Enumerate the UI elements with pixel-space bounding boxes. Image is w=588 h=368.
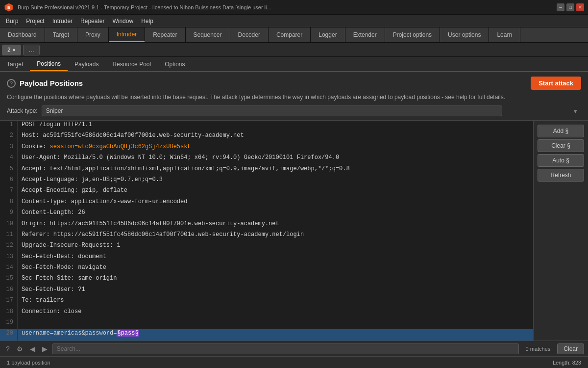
minimize-button[interactable]: – [557, 3, 564, 11]
code-editor[interactable]: 1POST /login HTTP/1.12Host: ac591f551fc4… [0, 121, 533, 341]
search-settings-button[interactable]: ⚙ [15, 344, 25, 354]
line-content [18, 318, 533, 329]
tab-extender[interactable]: Extender [345, 27, 385, 42]
window-controls: – □ ✕ [557, 3, 584, 11]
attack-type-select[interactable]: Sniper Battering ram Pitchfork Cluster b… [42, 105, 502, 116]
length-info: Length: 823 [553, 360, 581, 366]
content-area: ? Payload Positions Start attack Configu… [0, 72, 588, 368]
table-row: 9Content-Length: 26 [0, 209, 533, 219]
code-lines: 1POST /login HTTP/1.12Host: ac591f551fc4… [0, 121, 533, 341]
table-row: 10Origin: https://ac591f551fc4586dc06c14… [0, 220, 533, 231]
matches-badge: 0 matches [522, 346, 555, 352]
menu-repeater[interactable]: Repeater [76, 16, 108, 26]
search-prev-button[interactable]: ◀ [28, 344, 37, 354]
clear-section-button[interactable]: Clear § [538, 139, 584, 152]
table-row: 11Referer: https://ac591f551fc4586dc06c1… [0, 231, 533, 241]
line-content: Accept: text/html,application/xhtml+xml,… [18, 165, 533, 176]
table-row: 3Cookie: session=wtc9cxgwGbAuQHj3c62gSj4… [0, 143, 533, 154]
window-title: Burp Suite Professional v2021.9.1 - Temp… [18, 4, 553, 10]
table-row: 14Sec-Fetch-Mode: navigate [0, 263, 533, 274]
line-content: Origin: https://ac591f551fc4586dc06c14af… [18, 220, 533, 231]
refresh-button[interactable]: Refresh [538, 169, 584, 182]
line-number: 8 [0, 198, 18, 209]
auto-section-button[interactable]: Auto § [538, 154, 584, 167]
start-attack-button[interactable]: Start attack [531, 77, 581, 90]
line-number: 20 [0, 329, 18, 341]
maximize-button[interactable]: □ [566, 3, 574, 11]
menu-burp[interactable]: Burp [2, 16, 22, 26]
table-row: 17Te: trailers [0, 296, 533, 307]
menu-help[interactable]: Help [137, 16, 157, 26]
search-input[interactable] [52, 343, 519, 354]
table-row: 13Sec-Fetch-Dest: document [0, 253, 533, 263]
tab-decoder[interactable]: Decoder [230, 27, 269, 42]
tab-comparer[interactable]: Comparer [269, 27, 311, 42]
menu-window[interactable]: Window [108, 16, 137, 26]
help-button[interactable]: ? [7, 79, 16, 88]
search-next-button[interactable]: ▶ [40, 344, 49, 354]
menu-bar: Burp Project Intruder Repeater Window He… [0, 15, 588, 27]
tab-user-options[interactable]: User options [440, 27, 489, 42]
inner-tab-payloads[interactable]: Payloads [68, 57, 105, 71]
line-number: 16 [0, 286, 18, 296]
main-tabs: Dashboard Target Proxy Intruder Repeater… [0, 27, 588, 43]
line-content: Host: ac591f551fc4586dc06c14af00f7001e.w… [18, 131, 533, 142]
line-content: POST /login HTTP/1.1 [18, 121, 533, 131]
tab-dashboard[interactable]: Dashboard [0, 27, 45, 42]
menu-project[interactable]: Project [22, 16, 48, 26]
line-number: 6 [0, 176, 18, 186]
line-number: 2 [0, 131, 18, 142]
inner-tab-positions[interactable]: Positions [30, 57, 68, 71]
tab-proxy[interactable]: Proxy [77, 27, 109, 42]
line-number: 10 [0, 220, 18, 231]
payload-count: 1 payload position [7, 360, 50, 366]
status-bar: 1 payload position Length: 823 [0, 356, 588, 368]
payload-positions-title: Payload Positions [20, 79, 83, 87]
table-row: 19 [0, 318, 533, 329]
tab-row: 2 × … [0, 43, 588, 57]
table-row: 6Accept-Language: ja,en-US;q=0.7,en;q=0.… [0, 176, 533, 186]
attack-type-select-wrapper: Sniper Battering ram Pitchfork Cluster b… [42, 105, 581, 116]
sub-tab-more[interactable]: … [23, 45, 40, 55]
line-content: Referer: https://ac591f551fc4586dc06c14a… [18, 231, 533, 241]
attack-type-row: Attack type: Sniper Battering ram Pitchf… [7, 105, 581, 116]
line-content: Sec-Fetch-Dest: document [18, 253, 533, 263]
inner-tab-options[interactable]: Options [158, 57, 192, 71]
inner-tab-target[interactable]: Target [0, 57, 30, 71]
side-buttons: Add § Clear § Auto § Refresh [533, 121, 588, 341]
table-row: 8Content-Type: application/x-www-form-ur… [0, 198, 533, 209]
burp-logo: B [4, 2, 14, 12]
close-button[interactable]: ✕ [576, 3, 584, 11]
tab-repeater[interactable]: Repeater [145, 27, 185, 42]
clear-search-button[interactable]: Clear [557, 343, 584, 354]
payload-title-row: ? Payload Positions [7, 79, 83, 88]
table-row: 15Sec-Fetch-Site: same-origin [0, 274, 533, 285]
svg-text:B: B [7, 5, 10, 10]
line-content: Cookie: session=wtc9cxgwGbAuQHj3c62gSj4z… [18, 143, 533, 154]
line-number: 18 [0, 308, 18, 318]
table-row: 5Accept: text/html,application/xhtml+xml… [0, 165, 533, 176]
editor-area: 1POST /login HTTP/1.12Host: ac591f551fc4… [0, 121, 588, 341]
table-row: 18Connection: close [0, 308, 533, 318]
line-content: Content-Type: application/x-www-form-url… [18, 198, 533, 209]
tab-target[interactable]: Target [45, 27, 77, 42]
payload-header: ? Payload Positions Start attack Configu… [0, 72, 588, 121]
line-number: 4 [0, 154, 18, 164]
menu-intruder[interactable]: Intruder [49, 16, 76, 26]
line-number: 3 [0, 143, 18, 154]
line-number: 13 [0, 253, 18, 263]
inner-tab-resource-pool[interactable]: Resource Pool [105, 57, 158, 71]
table-row: 4User-Agent: Mozilla/5.0 (Windows NT 10.… [0, 154, 533, 164]
tab-project-options[interactable]: Project options [385, 27, 440, 42]
line-content: Sec-Fetch-Mode: navigate [18, 263, 533, 274]
title-bar: B Burp Suite Professional v2021.9.1 - Te… [0, 0, 588, 15]
search-help-button[interactable]: ? [4, 344, 12, 354]
tab-intruder[interactable]: Intruder [109, 27, 145, 42]
tab-learn[interactable]: Learn [489, 27, 520, 42]
tab-logger[interactable]: Logger [311, 27, 345, 42]
sub-tab-2[interactable]: 2 × [2, 45, 21, 55]
add-section-button[interactable]: Add § [538, 125, 584, 137]
line-content: Accept-Language: ja,en-US;q=0.7,en;q=0.3 [18, 176, 533, 186]
tab-sequencer[interactable]: Sequencer [186, 27, 230, 42]
table-row: 2Host: ac591f551fc4586dc06c14af00f7001e.… [0, 131, 533, 142]
